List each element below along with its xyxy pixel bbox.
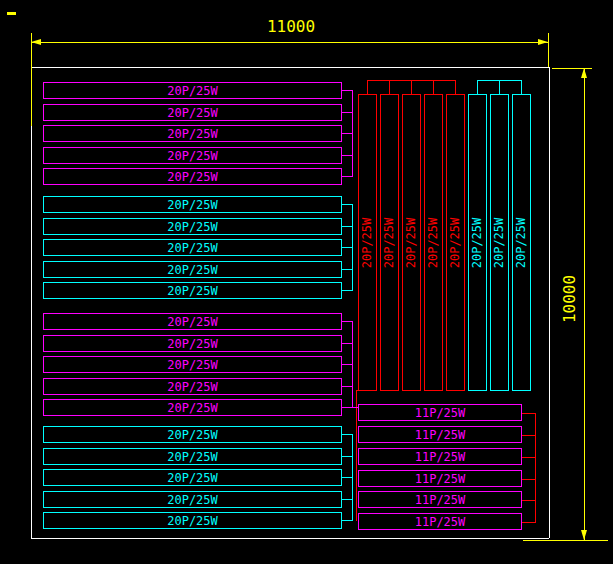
- fixture-bar-vert-0-2: 20P/25W: [402, 94, 421, 391]
- circuit-stub: [521, 80, 522, 94]
- fixture-label: 20P/25W: [167, 381, 218, 393]
- fixture-bar-bottom-4: 11P/25W: [358, 491, 522, 508]
- fixture-label: 20P/25W: [167, 472, 218, 484]
- circuit-stub: [455, 80, 456, 94]
- fixture-bar-vert-0-1: 20P/25W: [380, 94, 399, 391]
- fixture-label: 20P/25W: [167, 515, 218, 527]
- circuit-bus: [352, 90, 353, 177]
- fixture-label: 11P/25W: [415, 516, 466, 528]
- fixture-bar-vert-0-0: 20P/25W: [358, 94, 377, 391]
- circuit-stub: [522, 435, 536, 436]
- fixture-label: 20P/25W: [167, 242, 218, 254]
- fixture-label: 20P/25W: [167, 316, 218, 328]
- circuit-feeder: [356, 390, 369, 391]
- fixture-label: 20P/25W: [167, 494, 218, 506]
- fixture-bar-left-3-4: 20P/25W: [43, 512, 342, 529]
- fixture-label: 20P/25W: [167, 171, 218, 183]
- circuit-bus: [352, 434, 353, 521]
- fixture-label: 20P/25W: [167, 128, 218, 140]
- fixture-bar-left-3-2: 20P/25W: [43, 469, 342, 486]
- fixture-bar-left-3-3: 20P/25W: [43, 491, 342, 508]
- fixture-label: 20P/25W: [472, 217, 484, 268]
- circuit-stub: [411, 80, 412, 94]
- fixture-label: 20P/25W: [167, 285, 218, 297]
- fixture-bar-left-1-0: 20P/25W: [43, 196, 342, 213]
- fixture-label: 11P/25W: [415, 429, 466, 441]
- fixture-label: 11P/25W: [415, 407, 466, 419]
- fixture-bar-vert-0-4: 20P/25W: [446, 94, 465, 391]
- fixture-label: 20P/25W: [362, 217, 374, 268]
- circuit-feeder: [350, 407, 358, 408]
- fixture-bar-left-2-2: 20P/25W: [43, 356, 342, 373]
- fixture-bar-bottom-5: 11P/25W: [358, 513, 522, 530]
- circuit-bus: [352, 321, 353, 408]
- circuit-stub: [367, 80, 368, 94]
- fixture-label: 20P/25W: [167, 338, 218, 350]
- circuit-bus: [352, 204, 353, 291]
- circuit-bus: [477, 80, 522, 81]
- circuit-stub: [522, 479, 536, 480]
- dim-width-arrow-right: [538, 39, 548, 45]
- fixture-bar-bottom-0: 11P/25W: [358, 404, 522, 421]
- dim-width-ext-right: [548, 33, 549, 67]
- fixture-bar-left-2-4: 20P/25W: [43, 399, 342, 416]
- fixture-label: 20P/25W: [167, 199, 218, 211]
- circuit-feeder: [356, 390, 357, 521]
- circuit-stub: [522, 500, 536, 501]
- fixture-bar-left-3-0: 20P/25W: [43, 426, 342, 443]
- cad-drawing-canvas: 11000 10000 20P/25W20P/25W20P/25W20P/25W…: [0, 0, 613, 564]
- fixture-label: 20P/25W: [167, 359, 218, 371]
- room-wall-top: [31, 67, 549, 68]
- fixture-bar-left-1-2: 20P/25W: [43, 239, 342, 256]
- room-wall-bottom: [31, 538, 549, 539]
- dim-height-ext-bottom: [523, 540, 608, 541]
- fixture-bar-bottom-2: 11P/25W: [358, 448, 522, 465]
- dim-height-arrow-top: [581, 68, 587, 78]
- circuit-stub: [389, 80, 390, 94]
- fixture-bar-vert-1-1: 20P/25W: [490, 94, 509, 391]
- dim-width-line: [31, 42, 548, 43]
- dim-height-arrow-bottom: [581, 530, 587, 540]
- fixture-label: 20P/25W: [167, 429, 218, 441]
- circuit-bus: [535, 413, 536, 523]
- fixture-bar-left-0-0: 20P/25W: [43, 82, 342, 99]
- circuit-stub: [433, 80, 434, 94]
- dim-width-ext-left: [31, 33, 32, 126]
- fixture-bar-left-0-2: 20P/25W: [43, 125, 342, 142]
- fixture-bar-left-3-1: 20P/25W: [43, 448, 342, 465]
- fixture-label: 20P/25W: [167, 221, 218, 233]
- fixture-bar-left-0-1: 20P/25W: [43, 104, 342, 121]
- circuit-stub: [522, 457, 536, 458]
- fixture-label: 20P/25W: [167, 402, 218, 414]
- fixture-label: 20P/25W: [494, 217, 506, 268]
- room-wall-right: [549, 67, 550, 538]
- fixture-bar-left-2-1: 20P/25W: [43, 335, 342, 352]
- fixture-bar-bottom-3: 11P/25W: [358, 470, 522, 487]
- fixture-bar-vert-1-2: 20P/25W: [512, 94, 531, 391]
- fixture-label: 20P/25W: [384, 217, 396, 268]
- fixture-bar-left-0-4: 20P/25W: [43, 168, 342, 185]
- fixture-label: 20P/25W: [167, 85, 218, 97]
- circuit-stub: [499, 80, 500, 94]
- fixture-label: 11P/25W: [415, 494, 466, 506]
- fixture-bar-left-1-4: 20P/25W: [43, 282, 342, 299]
- fixture-label: 20P/25W: [167, 150, 218, 162]
- fixture-label: 20P/25W: [167, 451, 218, 463]
- dim-width-label: 11000: [267, 19, 315, 35]
- fixture-bar-left-1-3: 20P/25W: [43, 261, 342, 278]
- fixture-bar-vert-1-0: 20P/25W: [468, 94, 487, 391]
- fixture-bar-left-2-3: 20P/25W: [43, 378, 342, 395]
- fixture-bar-left-2-0: 20P/25W: [43, 313, 342, 330]
- circuit-bus: [367, 80, 456, 81]
- dim-height-label: 10000: [562, 275, 578, 323]
- fixture-label: 20P/25W: [428, 217, 440, 268]
- fixture-bar-bottom-1: 11P/25W: [358, 426, 522, 443]
- fixture-label: 20P/25W: [167, 107, 218, 119]
- fixture-label: 11P/25W: [415, 473, 466, 485]
- corner-mark: [7, 12, 16, 15]
- fixture-label: 20P/25W: [167, 264, 218, 276]
- circuit-stub: [522, 522, 536, 523]
- fixture-bar-vert-0-3: 20P/25W: [424, 94, 443, 391]
- fixture-bar-left-1-1: 20P/25W: [43, 218, 342, 235]
- circuit-stub: [477, 80, 478, 94]
